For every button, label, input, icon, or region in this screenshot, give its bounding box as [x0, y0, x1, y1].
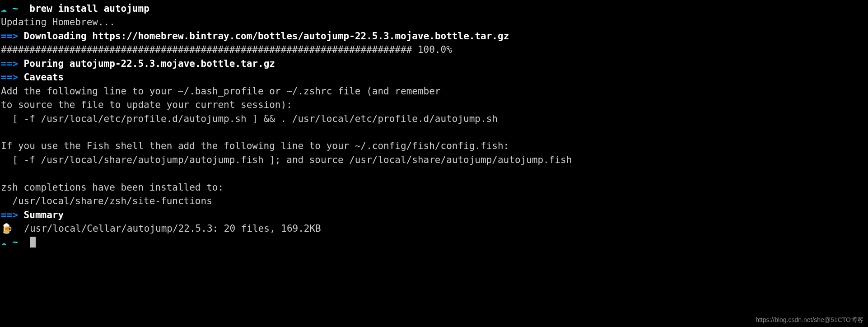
caveats-label: Caveats — [24, 72, 64, 83]
caveats-code: [ -f /usr/local/etc/profile.d/autojump.s… — [1, 112, 867, 126]
caveats-text: to source the file to update your curren… — [1, 98, 867, 112]
summary-label: Summary — [24, 210, 64, 220]
downloading-label: Downloading — [24, 31, 87, 42]
blank-line — [1, 167, 867, 180]
tilde-prompt: ~ — [12, 237, 18, 248]
downloading-url: https://homebrew.bintray.com/bottles/aut… — [92, 31, 509, 42]
caveats-text: Add the following line to your ~/.bash_p… — [1, 84, 867, 98]
arrow-icon: ==> — [1, 31, 18, 42]
pouring-file: autojump-22.5.3.mojave.bottle.tar.gz — [70, 58, 275, 69]
cloud-icon: ☁ — [1, 237, 7, 248]
command-text: brew install autojump — [29, 3, 149, 14]
prompt-line-1[interactable]: ☁ ~ brew install autojump — [1, 2, 867, 15]
blank-line — [1, 126, 867, 139]
pouring-line: ==> Pouring autojump-22.5.3.mojave.bottl… — [1, 57, 867, 70]
downloading-line: ==> Downloading https://homebrew.bintray… — [1, 29, 867, 43]
progress-bar: ########################################… — [1, 43, 867, 56]
caveats-header: ==> Caveats — [1, 70, 867, 84]
cursor — [30, 237, 36, 248]
arrow-icon: ==> — [1, 58, 18, 69]
beer-icon: 🍺 — [1, 222, 13, 235]
summary-line: 🍺 /usr/local/Cellar/autojump/22.5.3: 20 … — [1, 222, 867, 235]
arrow-icon: ==> — [1, 210, 18, 220]
caveats-fish-text: If you use the Fish shell then add the f… — [1, 139, 867, 153]
summary-header: ==> Summary — [1, 208, 867, 222]
cloud-icon: ☁ — [1, 3, 7, 14]
zsh-path: /usr/local/share/zsh/site-functions — [1, 194, 867, 208]
pouring-label: Pouring — [24, 58, 64, 69]
updating-line: Updating Homebrew... — [1, 15, 867, 29]
zsh-text: zsh completions have been installed to: — [1, 181, 867, 194]
caveats-fish-code: [ -f /usr/local/share/autojump/autojump.… — [1, 153, 867, 167]
summary-path: /usr/local/Cellar/autojump/22.5.3: 20 fi… — [24, 223, 321, 234]
prompt-line-2[interactable]: ☁ ~ — [1, 235, 867, 249]
arrow-icon: ==> — [1, 72, 18, 83]
tilde-prompt: ~ — [12, 3, 18, 14]
watermark: https://blog.csdn.net/she@51CTO博客 — [756, 315, 863, 324]
